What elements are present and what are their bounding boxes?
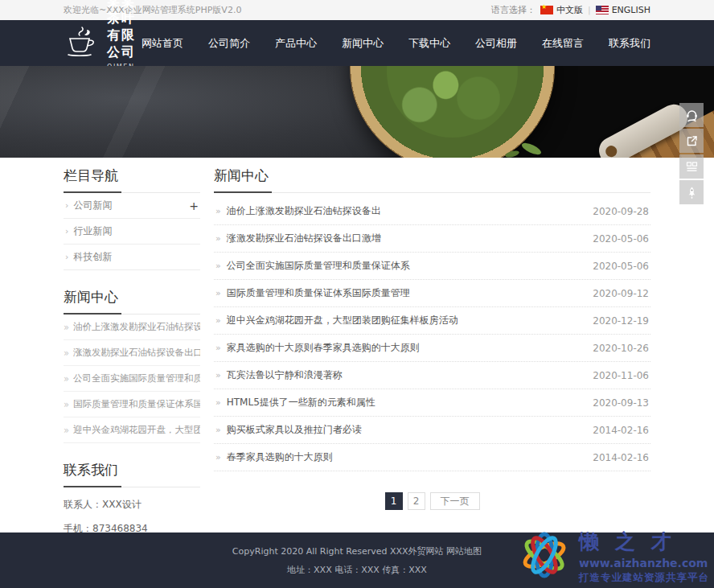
double-arrow-icon: »	[215, 452, 221, 463]
expand-plus-icon[interactable]: +	[189, 199, 199, 212]
language-label: 语言选择：	[491, 4, 536, 16]
list-grid-icon	[685, 160, 699, 174]
news-main-panel: 新闻中心 »油价上涨激发勘探业石油钻探设备出 2020-09-28 »涨激发勘探…	[214, 167, 650, 532]
news-row-title[interactable]: 国际质量管理和质量保证体系国际质量管理	[227, 287, 410, 298]
news-row[interactable]: »春季家具选购的十大原则 2014-02-16	[214, 444, 650, 471]
language-selector: 语言选择： 中文版 | ENGLISH	[491, 4, 650, 16]
watermark-title: 懒之才	[579, 528, 709, 555]
news-list-button[interactable]	[679, 154, 704, 179]
nav-contact[interactable]: 联系我们	[609, 36, 650, 51]
lang-divider: |	[588, 5, 591, 15]
lang-english-label: ENGLISH	[612, 5, 650, 15]
sidebar-news-item[interactable]: » 公司全面实施国际质量管理和质量保证	[64, 366, 200, 392]
contact-mobile: 手机：873468834	[64, 522, 200, 532]
sidebar-news-label: 国际质量管理和质量保证体系国际质量	[73, 398, 200, 410]
sidebar-category-title: 栏目导航	[64, 167, 200, 193]
teacup-icon	[64, 25, 99, 62]
news-row-date: 2020-09-13	[593, 397, 649, 409]
double-arrow-icon: »	[215, 370, 221, 380]
sidebar-news-label: 涨激发勘探业石油钻探设备出口激增	[73, 347, 200, 359]
us-flag-icon	[596, 6, 609, 14]
double-arrow-icon: »	[215, 343, 221, 353]
sidebar-item-label: 行业新闻	[73, 224, 112, 238]
news-row-date: 2020-09-28	[593, 206, 649, 217]
sidebar-news-label: 公司全面实施国际质量管理和质量保证	[73, 372, 200, 384]
rocket-icon	[685, 186, 699, 199]
double-arrow-icon: »	[215, 425, 221, 435]
news-row-title[interactable]: 购买板式家具以及推拉门者必读	[227, 424, 362, 435]
nav-album[interactable]: 公司相册	[475, 36, 517, 51]
news-row-title[interactable]: 公司全面实施国际质量管理和质量保证体系	[227, 260, 410, 271]
footer-contact-text: 地址：XXX 电话：XXX 传真：XXX	[287, 564, 427, 576]
sidebar-item-industry-news[interactable]: › 行业新闻	[64, 219, 200, 245]
nav-home[interactable]: 网站首页	[142, 36, 183, 51]
news-row-title[interactable]: 涨激发勘探业石油钻探设备出口激增	[227, 232, 381, 244]
sidebar-news-item[interactable]: » 国际质量管理和质量保证体系国际质量	[64, 392, 200, 417]
sidebar-item-tech-innovation[interactable]: › 科技创新	[64, 245, 200, 270]
next-page-button[interactable]: 下一页	[430, 492, 480, 510]
sidebar-category-section: 栏目导航 › 公司新闻 + › 行业新闻 › 科技创新	[64, 167, 200, 270]
back-to-top-button[interactable]	[679, 180, 704, 204]
news-row-title[interactable]: 家具选购的十大原则春季家具选购的十大原则	[227, 342, 420, 353]
news-row[interactable]: »瓦宾法鲁以宁静和浪漫著称 2020-11-06	[214, 362, 650, 389]
watermark-overlay: 懒之才 www.aizhanzhe.com 打造专业建站资源共享平台	[518, 528, 709, 585]
china-flag-icon	[540, 6, 553, 14]
news-row-title[interactable]: 瓦宾法鲁以宁静和浪漫著称	[227, 369, 343, 380]
nav-downloads[interactable]: 下载中心	[408, 36, 450, 51]
lang-chinese-link[interactable]: 中文版	[540, 4, 583, 16]
news-row[interactable]: »HTML5提供了一些新的元素和属性 2020-09-13	[214, 389, 650, 417]
sidebar-news-item[interactable]: » 涨激发勘探业石油钻探设备出口激增	[64, 340, 200, 366]
copyright-text: CopyRight 2020 All Right Reserved XXX外贸网…	[232, 545, 482, 557]
lang-chinese-label: 中文版	[556, 4, 583, 16]
company-name-cn: 某某茶叶有限公司	[107, 0, 142, 61]
news-row-date: 2020-05-06	[593, 233, 649, 245]
page-button-1[interactable]: 1	[385, 492, 403, 510]
news-row-date: 2014-02-16	[593, 425, 649, 436]
double-arrow-icon: »	[215, 206, 221, 216]
sidebar-item-company-news[interactable]: › 公司新闻 +	[64, 193, 200, 219]
news-row-date: 2020-11-06	[593, 370, 649, 381]
sidebar-news-label: 迎中兴金鸡湖花园开盘，大型团装团购	[73, 424, 200, 436]
news-list: »油价上涨激发勘探业石油钻探设备出 2020-09-28 »涨激发勘探业石油钻探…	[214, 198, 650, 471]
nav-products[interactable]: 产品中心	[275, 36, 317, 51]
watermark-slogan: 打造专业建站资源共享平台	[579, 571, 709, 585]
double-arrow-icon: »	[64, 425, 69, 436]
double-arrow-icon: »	[215, 315, 221, 326]
lang-english-link[interactable]: ENGLISH	[596, 5, 650, 15]
sidebar-contact-section: 联系我们 联系人：XXX设计 手机：873468834 电话：XXX 邮箱：XX…	[64, 461, 200, 532]
page-button-2[interactable]: 2	[408, 492, 425, 510]
news-row[interactable]: »家具选购的十大原则春季家具选购的十大原则 2020-10-26	[214, 335, 650, 362]
pagination: 1 2 下一页	[214, 492, 650, 510]
nav-news[interactable]: 新闻中心	[342, 36, 384, 51]
news-row-date: 2020-10-26	[593, 343, 649, 354]
news-row-title[interactable]: HTML5提供了一些新的元素和属性	[227, 397, 375, 408]
news-row-date: 2020-09-12	[593, 288, 649, 299]
customer-service-button[interactable]	[679, 103, 704, 127]
share-button[interactable]	[679, 129, 704, 153]
sidebar-news-label: 油价上涨激发勘探业石油钻探设备出	[73, 321, 200, 333]
double-arrow-icon: »	[215, 233, 221, 244]
chevron-right-icon: ›	[65, 252, 68, 262]
news-row-title[interactable]: 春季家具选购的十大原则	[227, 451, 333, 463]
double-arrow-icon: »	[64, 399, 69, 410]
news-row-date: 2014-02-16	[593, 452, 649, 463]
news-row[interactable]: »国际质量管理和质量保证体系国际质量管理 2020-09-12	[214, 280, 650, 307]
contact-person: 联系人：XXX设计	[64, 498, 200, 512]
double-arrow-icon: »	[215, 261, 221, 271]
hero-banner-image	[0, 66, 714, 158]
page-body: 栏目导航 › 公司新闻 + › 行业新闻 › 科技创新 新闻中心 »	[0, 158, 714, 532]
news-row[interactable]: »迎中兴金鸡湖花园开盘，大型团装团购征集样板房活动 2020-12-19	[214, 307, 650, 335]
share-arrow-icon	[685, 134, 699, 148]
news-row[interactable]: »购买板式家具以及推拉门者必读 2014-02-16	[214, 417, 650, 444]
nav-message[interactable]: 在线留言	[542, 36, 584, 51]
nav-about[interactable]: 公司简介	[208, 36, 250, 51]
news-row[interactable]: »油价上涨激发勘探业石油钻探设备出 2020-09-28	[214, 198, 650, 225]
sidebar-news-item[interactable]: » 油价上涨激发勘探业石油钻探设备出	[64, 315, 200, 340]
news-row[interactable]: »涨激发勘探业石油钻探设备出口激增 2020-05-06	[214, 225, 650, 253]
double-arrow-icon: »	[64, 347, 69, 359]
sidebar-item-label: 科技创新	[73, 250, 112, 264]
sidebar-news-item[interactable]: » 迎中兴金鸡湖花园开盘，大型团装团购	[64, 417, 200, 443]
news-row-title[interactable]: 油价上涨激发勘探业石油钻探设备出	[227, 205, 381, 216]
news-row[interactable]: »公司全面实施国际质量管理和质量保证体系 2020-05-06	[214, 253, 650, 280]
news-row-title[interactable]: 迎中兴金鸡湖花园开盘，大型团装团购征集样板房活动	[227, 315, 458, 326]
